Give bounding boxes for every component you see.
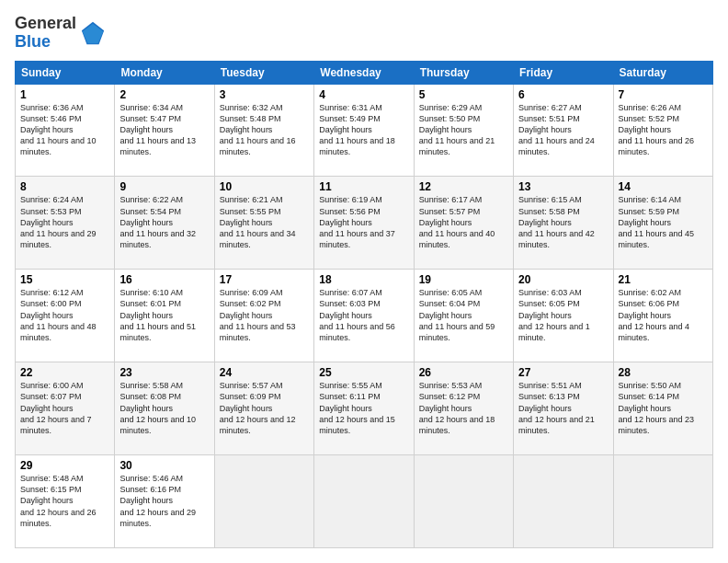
logo-icon <box>80 20 106 46</box>
day-number: 30 <box>119 459 209 472</box>
day-number: 13 <box>518 180 608 193</box>
logo: GeneralBlue <box>15 15 106 52</box>
day-info: Sunrise: 5:58 AMSunset: 6:08 PMDaylight … <box>119 381 196 435</box>
day-number: 27 <box>518 366 608 379</box>
day-info: Sunrise: 6:02 AMSunset: 6:06 PMDaylight … <box>619 288 690 342</box>
table-cell: 17Sunrise: 6:09 AMSunset: 6:02 PMDayligh… <box>214 270 313 362</box>
table-cell: 10Sunrise: 6:21 AMSunset: 5:55 PMDayligh… <box>214 177 313 270</box>
day-number: 10 <box>220 180 309 193</box>
day-info: Sunrise: 6:34 AMSunset: 5:47 PMDaylight … <box>119 103 196 157</box>
day-info: Sunrise: 6:29 AMSunset: 5:50 PMDaylight … <box>419 103 495 157</box>
day-number: 23 <box>119 366 209 379</box>
col-wednesday: Wednesday <box>314 61 414 84</box>
day-number: 4 <box>319 88 408 101</box>
table-cell: 19Sunrise: 6:05 AMSunset: 6:04 PMDayligh… <box>414 270 513 362</box>
day-number: 8 <box>20 180 109 193</box>
col-saturday: Saturday <box>613 61 712 84</box>
day-info: Sunrise: 6:32 AMSunset: 5:48 PMDaylight … <box>220 103 296 157</box>
day-info: Sunrise: 6:19 AMSunset: 5:56 PMDaylight … <box>319 195 395 249</box>
day-number: 9 <box>119 180 209 193</box>
day-number: 6 <box>518 88 608 101</box>
day-info: Sunrise: 6:10 AMSunset: 6:01 PMDaylight … <box>119 288 196 342</box>
day-info: Sunrise: 6:14 AMSunset: 5:59 PMDaylight … <box>619 195 695 249</box>
day-number: 26 <box>419 366 508 379</box>
day-info: Sunrise: 6:24 AMSunset: 5:53 PMDaylight … <box>20 195 97 249</box>
col-monday: Monday <box>115 61 214 84</box>
table-cell <box>314 455 414 548</box>
day-info: Sunrise: 6:03 AMSunset: 6:05 PMDaylight … <box>518 288 590 342</box>
day-info: Sunrise: 6:12 AMSunset: 6:00 PMDaylight … <box>20 288 97 342</box>
table-cell: 6Sunrise: 6:27 AMSunset: 5:51 PMDaylight… <box>514 84 613 177</box>
day-info: Sunrise: 6:15 AMSunset: 5:58 PMDaylight … <box>518 195 595 249</box>
day-info: Sunrise: 5:50 AMSunset: 6:14 PMDaylight … <box>619 381 695 435</box>
day-info: Sunrise: 5:46 AMSunset: 6:16 PMDaylight … <box>119 474 196 528</box>
day-number: 2 <box>119 88 209 101</box>
day-info: Sunrise: 6:00 AMSunset: 6:07 PMDaylight … <box>20 381 92 435</box>
day-number: 17 <box>220 273 309 286</box>
table-cell <box>514 455 613 548</box>
table-cell: 22Sunrise: 6:00 AMSunset: 6:07 PMDayligh… <box>16 362 115 455</box>
table-cell: 23Sunrise: 5:58 AMSunset: 6:08 PMDayligh… <box>115 362 214 455</box>
day-number: 11 <box>319 180 408 193</box>
day-number: 1 <box>20 88 109 101</box>
day-info: Sunrise: 6:26 AMSunset: 5:52 PMDaylight … <box>619 103 695 157</box>
table-cell: 25Sunrise: 5:55 AMSunset: 6:11 PMDayligh… <box>314 362 414 455</box>
table-cell: 18Sunrise: 6:07 AMSunset: 6:03 PMDayligh… <box>314 270 414 362</box>
table-cell: 13Sunrise: 6:15 AMSunset: 5:58 PMDayligh… <box>514 177 613 270</box>
day-number: 19 <box>419 273 508 286</box>
day-number: 12 <box>419 180 508 193</box>
col-tuesday: Tuesday <box>214 61 313 84</box>
day-info: Sunrise: 5:53 AMSunset: 6:12 PMDaylight … <box>419 381 495 435</box>
table-cell <box>414 455 513 548</box>
day-info: Sunrise: 6:07 AMSunset: 6:03 PMDaylight … <box>319 288 395 342</box>
table-cell: 30Sunrise: 5:46 AMSunset: 6:16 PMDayligh… <box>115 455 214 548</box>
day-info: Sunrise: 6:05 AMSunset: 6:04 PMDaylight … <box>419 288 495 342</box>
table-cell <box>214 455 313 548</box>
table-cell: 24Sunrise: 5:57 AMSunset: 6:09 PMDayligh… <box>214 362 313 455</box>
logo-text: GeneralBlue <box>15 15 76 52</box>
table-cell: 11Sunrise: 6:19 AMSunset: 5:56 PMDayligh… <box>314 177 414 270</box>
day-info: Sunrise: 6:22 AMSunset: 5:54 PMDaylight … <box>119 195 196 249</box>
table-cell: 7Sunrise: 6:26 AMSunset: 5:52 PMDaylight… <box>613 84 712 177</box>
day-number: 14 <box>619 180 708 193</box>
day-number: 3 <box>220 88 309 101</box>
table-cell: 26Sunrise: 5:53 AMSunset: 6:12 PMDayligh… <box>414 362 513 455</box>
day-number: 24 <box>220 366 309 379</box>
header: GeneralBlue <box>15 15 713 52</box>
table-cell: 16Sunrise: 6:10 AMSunset: 6:01 PMDayligh… <box>115 270 214 362</box>
day-number: 7 <box>619 88 708 101</box>
page: GeneralBlue Sunday Monday Tuesday Wednes… <box>0 0 728 563</box>
col-friday: Friday <box>514 61 613 84</box>
table-cell: 3Sunrise: 6:32 AMSunset: 5:48 PMDaylight… <box>214 84 313 177</box>
day-info: Sunrise: 6:21 AMSunset: 5:55 PMDaylight … <box>220 195 296 249</box>
table-cell <box>613 455 712 548</box>
day-info: Sunrise: 6:36 AMSunset: 5:46 PMDaylight … <box>20 103 97 157</box>
day-info: Sunrise: 6:27 AMSunset: 5:51 PMDaylight … <box>518 103 595 157</box>
table-cell: 1Sunrise: 6:36 AMSunset: 5:46 PMDaylight… <box>16 84 115 177</box>
day-number: 21 <box>619 273 708 286</box>
day-number: 15 <box>20 273 109 286</box>
day-info: Sunrise: 6:31 AMSunset: 5:49 PMDaylight … <box>319 103 395 157</box>
table-cell: 4Sunrise: 6:31 AMSunset: 5:49 PMDaylight… <box>314 84 414 177</box>
table-cell: 12Sunrise: 6:17 AMSunset: 5:57 PMDayligh… <box>414 177 513 270</box>
day-info: Sunrise: 5:51 AMSunset: 6:13 PMDaylight … <box>518 381 595 435</box>
table-cell: 8Sunrise: 6:24 AMSunset: 5:53 PMDaylight… <box>16 177 115 270</box>
day-number: 20 <box>518 273 608 286</box>
table-cell: 14Sunrise: 6:14 AMSunset: 5:59 PMDayligh… <box>613 177 712 270</box>
table-cell: 28Sunrise: 5:50 AMSunset: 6:14 PMDayligh… <box>613 362 712 455</box>
calendar-table: Sunday Monday Tuesday Wednesday Thursday… <box>15 61 713 548</box>
col-thursday: Thursday <box>414 61 513 84</box>
day-number: 5 <box>419 88 508 101</box>
table-cell: 15Sunrise: 6:12 AMSunset: 6:00 PMDayligh… <box>16 270 115 362</box>
day-info: Sunrise: 6:17 AMSunset: 5:57 PMDaylight … <box>419 195 495 249</box>
table-cell: 20Sunrise: 6:03 AMSunset: 6:05 PMDayligh… <box>514 270 613 362</box>
table-cell: 5Sunrise: 6:29 AMSunset: 5:50 PMDaylight… <box>414 84 513 177</box>
day-number: 28 <box>619 366 708 379</box>
day-number: 16 <box>119 273 209 286</box>
day-number: 29 <box>20 459 109 472</box>
day-number: 22 <box>20 366 109 379</box>
table-cell: 2Sunrise: 6:34 AMSunset: 5:47 PMDaylight… <box>115 84 214 177</box>
day-info: Sunrise: 6:09 AMSunset: 6:02 PMDaylight … <box>220 288 296 342</box>
day-info: Sunrise: 5:55 AMSunset: 6:11 PMDaylight … <box>319 381 395 435</box>
day-info: Sunrise: 5:48 AMSunset: 6:15 PMDaylight … <box>20 474 97 528</box>
